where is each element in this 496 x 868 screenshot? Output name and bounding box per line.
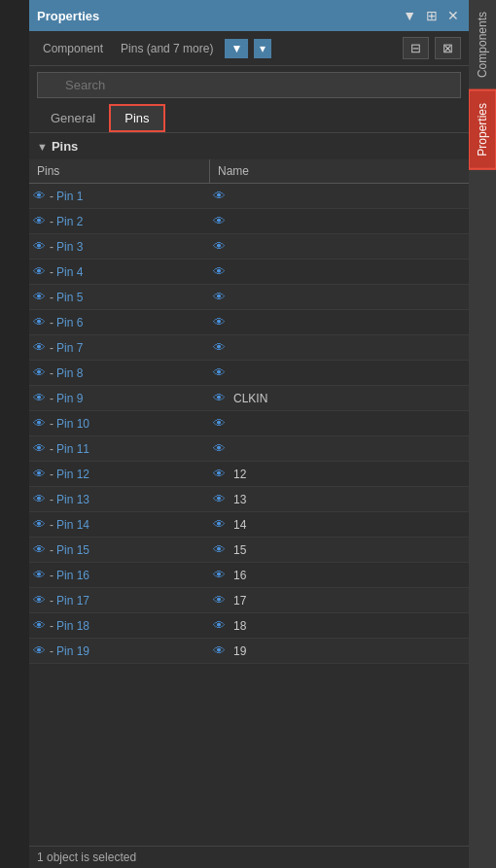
table-row[interactable]: 👁 - Pin 1👁 [29, 184, 469, 209]
cell-pins-1: 👁 - Pin 2 [29, 214, 209, 228]
tab-pins[interactable]: Pins [109, 104, 164, 132]
eye-icon[interactable]: 👁 [33, 264, 46, 279]
eye-icon[interactable]: 👁 [33, 643, 46, 658]
cell-pins-0: 👁 - Pin 1 [29, 189, 209, 203]
eye-icon-name[interactable]: 👁 [213, 643, 226, 658]
table-row[interactable]: 👁 - Pin 8👁 [29, 361, 469, 386]
right-tab-strip: Components Properties [469, 0, 496, 868]
table-row[interactable]: 👁 - Pin 16👁16 [29, 563, 469, 588]
table-row[interactable]: 👁 - Pin 11👁 [29, 436, 469, 462]
eye-icon[interactable]: 👁 [33, 568, 46, 582]
eye-icon-name[interactable]: 👁 [213, 618, 226, 633]
table-row[interactable]: 👁 - Pin 3👁 [29, 234, 469, 260]
cell-name-3: 👁 [209, 264, 469, 279]
eye-icon-name[interactable]: 👁 [213, 542, 226, 557]
pins-more-button[interactable]: Pins (and 7 more) [115, 39, 219, 58]
table-row[interactable]: 👁 - Pin 7👁 [29, 335, 469, 361]
table-row[interactable]: 👁 - Pin 5👁 [29, 285, 469, 310]
eye-icon[interactable]: 👁 [33, 391, 46, 405]
table-row[interactable]: 👁 - Pin 19👁19 [29, 639, 469, 664]
eye-icon[interactable]: 👁 [33, 189, 46, 203]
section-header-pins[interactable]: ▼ Pins [29, 133, 469, 159]
pin-label-16: Pin 17 [56, 594, 89, 608]
eye-icon-name-empty[interactable]: 👁 [213, 214, 226, 228]
pin-label-7: Pin 8 [56, 366, 83, 380]
table-scroll[interactable]: 👁 - Pin 1👁👁 - Pin 2👁👁 - Pin 3👁👁 - Pin 4👁… [29, 184, 469, 846]
title-bar: Properties ▼ ⊞ ✕ [29, 0, 469, 31]
eye-icon[interactable]: 👁 [33, 214, 46, 228]
cell-name-0: 👁 [209, 189, 469, 203]
table-row[interactable]: 👁 - Pin 4👁 [29, 260, 469, 285]
eye-icon-name-empty[interactable]: 👁 [213, 264, 226, 279]
eye-icon[interactable]: 👁 [33, 315, 46, 330]
eye-icon[interactable]: 👁 [33, 618, 46, 633]
table-container: Pins Name 👁 - Pin 1👁👁 - Pin 2👁👁 - Pin 3👁… [29, 159, 469, 846]
dropdown-arrow-icon: ▾ [260, 42, 266, 55]
table-row[interactable]: 👁 - Pin 10👁 [29, 411, 469, 436]
cell-pins-16: 👁 - Pin 17 [29, 593, 209, 608]
eye-icon[interactable]: 👁 [33, 416, 46, 431]
filter-dropdown-icon[interactable]: ▼ [401, 6, 418, 25]
filter-button[interactable]: ▼ [225, 39, 248, 58]
table-row[interactable]: 👁 - Pin 13👁13 [29, 487, 469, 512]
eye-icon[interactable]: 👁 [33, 467, 46, 481]
eye-icon[interactable]: 👁 [33, 492, 46, 506]
left-strip [0, 0, 29, 868]
section-title: Pins [52, 139, 78, 154]
eye-icon-name-empty[interactable]: 👁 [213, 441, 226, 456]
eye-icon[interactable]: 👁 [33, 365, 46, 380]
eye-icon-name[interactable]: 👁 [213, 517, 226, 532]
pin-dash: - [50, 240, 53, 254]
table-row[interactable]: 👁 - Pin 12👁12 [29, 462, 469, 487]
eye-icon-name-empty[interactable]: 👁 [213, 239, 226, 254]
eye-icon-name[interactable]: 👁 [213, 467, 226, 481]
eye-icon[interactable]: 👁 [33, 542, 46, 557]
eye-icon-name[interactable]: 👁 [213, 391, 226, 405]
table-row[interactable]: 👁 - Pin 14👁14 [29, 512, 469, 538]
component-button[interactable]: Component [37, 39, 109, 58]
table-row[interactable]: 👁 - Pin 18👁18 [29, 613, 469, 639]
eye-icon[interactable]: 👁 [33, 441, 46, 456]
eye-icon-name-empty[interactable]: 👁 [213, 416, 226, 431]
table-row[interactable]: 👁 - Pin 6👁 [29, 310, 469, 335]
eye-icon-name[interactable]: 👁 [213, 568, 226, 582]
eye-icon-name-empty[interactable]: 👁 [213, 365, 226, 380]
pin-dash: - [50, 265, 53, 279]
eye-icon[interactable]: 👁 [33, 340, 46, 355]
cell-name-14: 👁15 [209, 542, 469, 557]
cell-pins-7: 👁 - Pin 8 [29, 365, 209, 380]
pin-dash: - [50, 215, 53, 228]
tab-general[interactable]: General [37, 104, 109, 132]
eye-icon-name[interactable]: 👁 [213, 593, 226, 608]
eye-icon[interactable]: 👁 [33, 517, 46, 532]
pin-label-17: Pin 18 [56, 619, 89, 633]
table-row[interactable]: 👁 - Pin 9👁CLKIN [29, 386, 469, 411]
filter-dropdown-button[interactable]: ▾ [254, 39, 271, 58]
eye-icon[interactable]: 👁 [33, 593, 46, 608]
eye-icon-name-empty[interactable]: 👁 [213, 315, 226, 330]
pin-label-8: Pin 9 [56, 392, 83, 405]
cell-name-16: 👁17 [209, 593, 469, 608]
pin-panel-icon[interactable]: ⊞ [424, 6, 440, 25]
pin-dash: - [50, 543, 53, 557]
table-row[interactable]: 👁 - Pin 17👁17 [29, 588, 469, 613]
table-row[interactable]: 👁 - Pin 2👁 [29, 209, 469, 234]
eye-icon-name-empty[interactable]: 👁 [213, 290, 226, 304]
search-input[interactable] [37, 72, 461, 98]
eye-icon-name-empty[interactable]: 👁 [213, 340, 226, 355]
tab-components[interactable]: Components [470, 0, 495, 89]
search-wrap: 🔍 [37, 72, 461, 98]
pin-dash: - [50, 518, 53, 532]
tab-properties[interactable]: Properties [468, 89, 496, 170]
pin-label-4: Pin 5 [56, 291, 83, 304]
close-panel-icon[interactable]: ✕ [445, 6, 461, 25]
properties-panel: Properties ▼ ⊞ ✕ Component Pins (and 7 m… [29, 0, 469, 868]
eye-icon-name[interactable]: 👁 [213, 492, 226, 506]
table-row[interactable]: 👁 - Pin 15👁15 [29, 538, 469, 563]
eye-icon[interactable]: 👁 [33, 290, 46, 304]
action-icon-btn-2[interactable]: ⊠ [435, 37, 461, 59]
pin-dash: - [50, 594, 53, 608]
action-icon-btn-1[interactable]: ⊟ [403, 37, 429, 59]
eye-icon[interactable]: 👁 [33, 239, 46, 254]
eye-icon-name-empty[interactable]: 👁 [213, 189, 226, 203]
